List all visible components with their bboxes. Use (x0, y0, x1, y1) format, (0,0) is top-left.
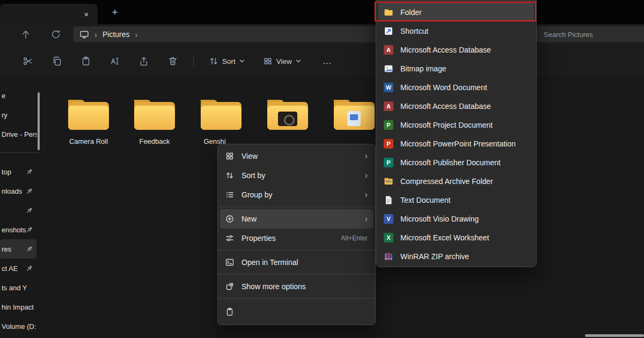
sidebar-item-volume-d[interactable]: Volume (D: (0, 317, 46, 336)
submenu-item-shortcut[interactable]: Shortcut (378, 21, 534, 40)
paste-icon (225, 307, 234, 316)
up-arrow-icon (20, 29, 31, 40)
navigation-bar: › Pictures › Search Pictures (0, 24, 644, 45)
sidebar-item-screenshots[interactable]: enshots (0, 220, 46, 239)
refresh-button[interactable] (48, 27, 63, 42)
submenu-item-project-document[interactable]: P Microsoft Project Document (378, 115, 534, 134)
breadcrumb-location[interactable]: Pictures (103, 30, 130, 39)
submenu-item-compressed-archive[interactable]: Compressed Archive Folder (378, 172, 534, 190)
more-options-button[interactable]: … (323, 56, 332, 67)
explorer-tab[interactable]: × (0, 4, 98, 24)
sidebar-item[interactable] (0, 201, 46, 220)
view-grid-icon (225, 152, 234, 160)
submenu-item-word-document[interactable]: W Microsoft Word Document (378, 78, 534, 97)
sidebar-item-label: ct AE (2, 264, 18, 273)
submenu-item-powerpoint-presentation[interactable]: P Microsoft PowerPoint Presentation (378, 134, 534, 153)
sidebar-item-pictures[interactable]: res (0, 239, 36, 259)
context-menu-item-sort-by[interactable]: Sort by › (220, 166, 373, 185)
delete-icon (167, 56, 178, 67)
context-menu-item-open-in-terminal[interactable]: Open in Terminal (220, 253, 373, 272)
sidebar-item-label: nloads (2, 187, 22, 195)
context-menu-item-show-more-options[interactable]: Show more options (220, 277, 373, 296)
sidebar-item-downloads[interactable]: nloads (0, 181, 46, 201)
folder-icon (263, 97, 312, 133)
menu-separator (218, 250, 375, 251)
folder-name: Camera Roll (69, 137, 108, 145)
refresh-icon (50, 29, 61, 40)
menu-item-label: Microsoft Visio Drawing (400, 215, 479, 223)
rename-button[interactable] (109, 56, 120, 67)
sidebar-item[interactable]: ct AE (0, 259, 46, 278)
sidebar-item-label: e (2, 92, 5, 100)
excel-icon: X (384, 233, 393, 243)
paste-button[interactable] (80, 56, 91, 67)
pin-icon (26, 168, 33, 175)
this-pc-icon (79, 30, 89, 39)
submenu-item-folder[interactable]: Folder (378, 3, 534, 21)
new-submenu: Folder Shortcut A Microsoft Access Datab… (376, 0, 537, 267)
horizontal-scrollbar-thumb[interactable] (585, 334, 644, 337)
folder-item[interactable] (255, 97, 320, 137)
sidebar-item-label: ts and Y (2, 284, 27, 292)
sidebar-item-label: ry (2, 111, 8, 119)
menu-item-label: WinRAR ZIP archive (400, 252, 469, 261)
close-tab-icon[interactable]: × (79, 7, 93, 21)
sidebar-item-genshin-impact[interactable]: hin Impact (0, 297, 46, 317)
chevron-right-icon: › (365, 171, 368, 180)
chevron-right-icon: › (365, 214, 368, 224)
menu-item-label: Bitmap image (400, 64, 447, 73)
breadcrumb-chevron-icon[interactable]: › (135, 30, 138, 39)
sidebar-scrollbar-thumb[interactable] (38, 92, 40, 150)
menu-item-label: Text Document (400, 196, 450, 204)
sidebar-item-label: enshots (2, 226, 26, 234)
folder-icon (196, 97, 246, 133)
sidebar-item-desktop[interactable]: top (0, 162, 46, 181)
file-explorer-window: × + › Pictures › Search Pictures (0, 0, 644, 338)
context-menu-item-properties[interactable]: Properties Alt+Enter (220, 229, 373, 248)
visio-icon: V (384, 214, 393, 224)
folder-thumbnail (347, 111, 361, 126)
command-bar: Sort View … (0, 45, 644, 78)
menu-item-label: Sort by (241, 171, 265, 180)
submenu-item-excel-worksheet[interactable]: X Microsoft Excel Worksheet (378, 228, 534, 247)
rename-icon (109, 56, 120, 67)
chevron-right-icon: › (365, 190, 368, 200)
menu-item-label: Microsoft PowerPoint Presentation (400, 139, 516, 148)
pin-icon (26, 188, 33, 194)
sidebar: e ry Drive - Perso top nloads enshots re… (0, 78, 46, 338)
menu-item-label: Microsoft Publisher Document (400, 158, 501, 167)
context-menu-paste-button[interactable] (220, 301, 373, 322)
submenu-item-publisher-document[interactable]: P Microsoft Publisher Document (378, 153, 534, 172)
share-button[interactable] (138, 56, 149, 67)
access-icon: A (384, 101, 393, 111)
project-icon: P (384, 120, 393, 130)
context-menu-item-group-by[interactable]: Group by › (220, 185, 373, 204)
view-dropdown[interactable]: View (263, 56, 301, 66)
folder-camera-roll[interactable]: Camera Roll (56, 97, 121, 145)
sort-dropdown[interactable]: Sort (209, 56, 245, 66)
submenu-item-text-document[interactable]: Text Document (378, 190, 534, 209)
copy-button[interactable] (52, 56, 62, 67)
search-placeholder: Search Pictures (544, 31, 593, 39)
menu-item-label: Microsoft Access Database (400, 46, 491, 54)
cut-button[interactable] (23, 56, 33, 67)
winrar-icon (384, 252, 393, 261)
submenu-item-access-database[interactable]: A Microsoft Access Database (378, 97, 534, 115)
context-menu-item-view[interactable]: View › (220, 146, 373, 166)
paste-icon (80, 56, 91, 67)
folder-feedback[interactable]: Feedback (122, 97, 187, 145)
submenu-item-visio-drawing[interactable]: V Microsoft Visio Drawing (378, 209, 534, 228)
context-menu-item-new[interactable]: New › (220, 209, 373, 229)
chevron-down-icon (239, 58, 245, 64)
new-tab-button[interactable]: + (107, 5, 122, 20)
sidebar-item[interactable]: ts and Y (0, 278, 46, 297)
submenu-item-access-database[interactable]: A Microsoft Access Database (378, 40, 534, 59)
delete-button[interactable] (167, 56, 178, 67)
pin-icon (26, 207, 33, 214)
folder-genshin[interactable]: Genshi (189, 97, 253, 145)
submenu-item-winrar-zip-archive[interactable]: WinRAR ZIP archive (378, 247, 534, 266)
search-input[interactable]: Search Pictures (537, 26, 644, 42)
share-icon (138, 56, 149, 67)
up-arrow-button[interactable] (18, 27, 33, 42)
submenu-item-bitmap-image[interactable]: Bitmap image (378, 59, 534, 78)
